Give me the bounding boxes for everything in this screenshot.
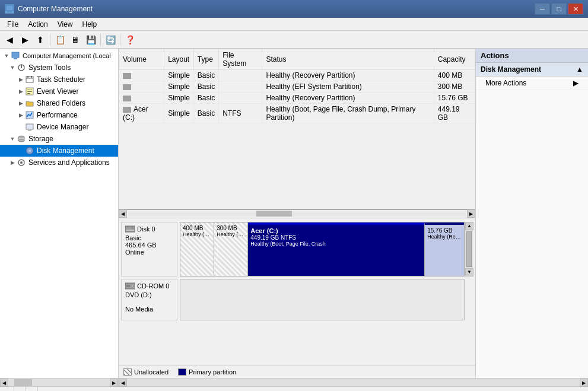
sidebar-item-device-manager[interactable]: ▶ Device Manager <box>0 121 118 133</box>
help-button[interactable]: ❓ <box>123 33 137 47</box>
sidebar-bottom-scroll[interactable]: ◀ ▶ <box>0 379 119 386</box>
svg-rect-12 <box>27 91 32 92</box>
sidebar-scroll-left[interactable]: ◀ <box>0 379 8 387</box>
table-row[interactable]: Acer (C:) Simple Basic NTFS Healthy (Boo… <box>119 104 475 123</box>
disk0-partition-2[interactable]: 300 MB Healthy (EFI <box>214 222 248 276</box>
vscroll-down-btn[interactable]: ▼ <box>465 268 473 276</box>
content-scroll-left[interactable]: ◀ <box>119 379 127 387</box>
content-scroll-track[interactable] <box>127 379 580 386</box>
action-more-actions[interactable]: More Actions ▶ <box>476 77 588 90</box>
col-volume[interactable]: Volume <box>119 49 164 70</box>
back-button[interactable]: ◀ <box>2 33 17 47</box>
svg-rect-13 <box>27 93 30 94</box>
toggle-storage: ▼ <box>8 135 17 143</box>
table-row[interactable]: Simple Basic Healthy (Recovery Partition… <box>119 93 475 104</box>
svg-rect-8 <box>27 76 28 78</box>
close-button[interactable]: ✕ <box>568 3 583 15</box>
window-controls[interactable]: ─ □ ✕ <box>535 3 583 15</box>
action-group-title[interactable]: Disk Management ▲ <box>476 63 588 77</box>
sidebar-item-task-scheduler[interactable]: ▶ Task Scheduler <box>0 74 118 85</box>
col-capacity[interactable]: Capacity <box>434 49 475 70</box>
maximize-button[interactable]: □ <box>551 3 567 15</box>
vscroll-up-btn[interactable]: ▲ <box>465 222 473 230</box>
sidebar-item-performance[interactable]: ▶ Performance <box>0 109 118 121</box>
sidebar-item-event-viewer[interactable]: ▶ Event Viewer <box>0 85 118 97</box>
refresh-button[interactable]: 🔄 <box>103 33 117 47</box>
hscroll-thumb[interactable] <box>256 211 292 217</box>
p1-size: 400 MB <box>183 225 211 231</box>
sidebar: ▼ Computer Management (Local ▼ System To… <box>0 49 119 378</box>
sidebar-item-disk-management[interactable]: ▶ Disk Management <box>0 145 118 157</box>
cdrom0-name-row: CD-ROM 0 <box>125 282 173 290</box>
disk0-partition-3[interactable]: Acer (C:) 449.19 GB NTFS Healthy (Boot, … <box>248 222 425 276</box>
svg-point-29 <box>131 285 134 287</box>
menu-file[interactable]: File <box>2 19 23 30</box>
disk0-name-row: Disk 0 <box>125 225 173 233</box>
toggle-task-scheduler: ▶ <box>17 75 25 84</box>
menu-help[interactable]: Help <box>78 19 102 30</box>
sidebar-item-services-applications[interactable]: ▶ Services and Applications <box>0 157 118 169</box>
disk0-info: Disk 0 Basic 465.64 GB Online <box>121 222 177 276</box>
vscroll-thumb[interactable] <box>466 231 472 267</box>
show-hide-button[interactable]: 📋 <box>53 33 67 47</box>
up-button[interactable]: ⬆ <box>33 33 47 47</box>
disk-visual-vscroll[interactable]: ▲ ▼ <box>465 222 473 276</box>
collapse-icon: ▲ <box>576 65 583 74</box>
table-hscrollbar[interactable]: ◀ ▶ <box>119 210 475 218</box>
table-row[interactable]: Simple Basic Healthy (Recovery Partition… <box>119 70 475 81</box>
svg-rect-3 <box>14 58 17 59</box>
window-title: Computer Management <box>18 5 93 13</box>
disk0-size: 465.64 GB <box>125 241 173 249</box>
toolbar-sep1 <box>50 34 50 46</box>
actions-header: Actions <box>476 49 588 63</box>
p4-size: 15.76 GB <box>427 227 462 234</box>
legend-primary: Primary partition <box>178 368 236 376</box>
col-status[interactable]: Status <box>262 49 434 70</box>
bottom-scroll-row: ◀ ▶ ◀ ▶ <box>0 378 588 386</box>
content-bottom-scroll[interactable]: ◀ ▶ <box>119 379 588 386</box>
sidebar-item-storage[interactable]: ▼ Storage <box>0 133 118 145</box>
table-row[interactable]: Simple Basic Healthy (EFI System Partiti… <box>119 81 475 93</box>
sidebar-item-shared-folders[interactable]: ▶ Shared Folders <box>0 97 118 109</box>
p2-status: Healthy (EFI <box>217 231 245 237</box>
sidebar-item-system-tools[interactable]: ▼ System Tools <box>0 62 118 74</box>
hscroll-track[interactable] <box>128 211 466 217</box>
actions-panel: Actions Disk Management ▲ More Actions ▶ <box>475 49 588 378</box>
sidebar-scroll-track[interactable] <box>8 379 110 386</box>
scroll-right-btn[interactable]: ▶ <box>467 209 475 218</box>
cdrom-icon <box>125 282 135 290</box>
action-label: More Actions <box>485 79 526 87</box>
sidebar-item-computer-management[interactable]: ▼ Computer Management (Local <box>0 50 118 62</box>
cdrom0-area <box>180 279 465 320</box>
menu-view[interactable]: View <box>53 19 78 30</box>
forward-button[interactable]: ▶ <box>18 33 32 47</box>
legend-primary-swatch <box>178 368 186 376</box>
toggle-performance: ▶ <box>17 111 25 119</box>
save-button[interactable]: 💾 <box>84 33 98 47</box>
col-layout[interactable]: Layout <box>164 49 194 70</box>
svg-rect-0 <box>6 5 13 11</box>
col-filesystem[interactable]: File System <box>219 49 262 70</box>
scroll-left-btn[interactable]: ◀ <box>119 209 127 218</box>
title-bar: Computer Management ─ □ ✕ <box>0 0 588 18</box>
sidebar-scroll-right[interactable]: ▶ <box>110 379 118 387</box>
svg-rect-16 <box>28 130 31 131</box>
p2-size: 300 MB <box>217 225 245 231</box>
sidebar-label-computer-management: Computer Management (Local <box>23 52 111 59</box>
col-type[interactable]: Type <box>193 49 218 70</box>
content-scroll-right[interactable]: ▶ <box>580 379 588 387</box>
disk-management-icon <box>25 146 34 155</box>
sidebar-label-task-scheduler: Task Scheduler <box>37 75 85 84</box>
vscroll-track[interactable] <box>465 230 473 268</box>
storage-icon <box>17 134 26 144</box>
disk0-status: Online <box>125 249 173 256</box>
disk0-partition-1[interactable]: 400 MB Healthy (Rec <box>180 222 214 276</box>
disk0-partition-4[interactable]: 15.76 GB Healthy (Recovery Part <box>425 222 464 276</box>
menu-action[interactable]: Action <box>23 19 52 30</box>
toggle-system-tools: ▼ <box>8 63 17 72</box>
computer-button[interactable]: 🖥 <box>68 33 82 47</box>
sidebar-scroll-thumb[interactable] <box>14 379 32 386</box>
toggle-shared-folders: ▶ <box>17 99 25 107</box>
minimize-button[interactable]: ─ <box>535 3 550 15</box>
toolbar: ◀ ▶ ⬆ 📋 🖥 💾 🔄 ❓ <box>0 31 588 49</box>
